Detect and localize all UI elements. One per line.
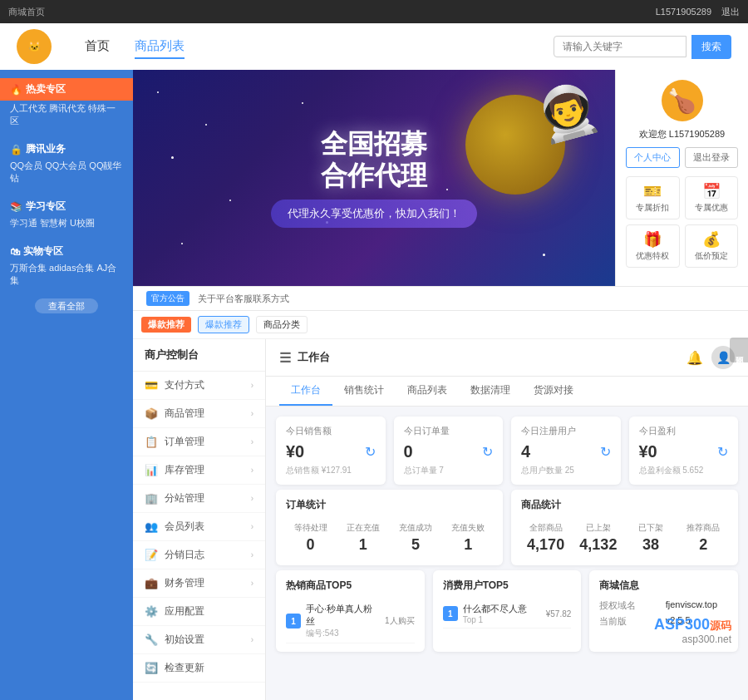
sidebar-item-orders[interactable]: 📋 订单管理 › [133, 428, 265, 456]
study-header: 📚 学习专区 [0, 193, 133, 215]
product-rec-label: 推荐商品 [682, 522, 725, 534]
consumer-id: Top 1 [463, 615, 541, 624]
tencent-category: 🔒 腾讯业务 QQ会员 QQ大会员 QQ靓华钻 [0, 136, 133, 193]
search-button[interactable]: 搜索 [691, 35, 731, 59]
products-icon: 📦 [145, 407, 158, 421]
sidebar-item-distribution-log[interactable]: 📝 分销日志 › [133, 541, 265, 569]
dashboard-tabs: 工作台 销售统计 商品列表 数据清理 货源对接 [266, 377, 748, 407]
watermark-sub: asp300.net [654, 633, 731, 645]
logout-button[interactable]: 退出 [721, 6, 740, 18]
finance-label: 财务管理 [165, 576, 204, 590]
tab-product-list[interactable]: 商品列表 [396, 377, 459, 406]
update-label: 检查更新 [165, 661, 204, 675]
content-area: 🔥 热卖专区 人工代充 腾讯代充 特殊一区 🔒 腾讯业务 QQ会员 QQ大会员 … [0, 70, 748, 700]
view-all-button[interactable]: 查看全部 [35, 298, 98, 313]
study-category: 📚 学习专区 学习通 智慧树 U校圈 [0, 193, 133, 238]
hot-product-rank: 1 [286, 614, 301, 629]
product-offline-label: 已下架 [630, 522, 672, 534]
stat-sales-sub: 总销售额 ¥127.91 [286, 465, 376, 476]
tencent-item-link[interactable]: QQ会员 QQ大会员 QQ靓华钻 [10, 160, 121, 183]
sidebar-item-app-config[interactable]: ⚙️ 应用配置 [133, 598, 265, 626]
app-config-icon: ⚙️ [145, 605, 158, 619]
hot-product-sales: 1人购买 [385, 615, 415, 627]
banner-text: 全国招募 合作代理 代理永久享受优惠价，快加入我们！ [271, 128, 477, 229]
dashboard-sidebar: 商户控制台 💳 支付方式 › 📦 商品管理 › 📋 订单管理 › � [133, 339, 266, 700]
scroll-top-button[interactable]: 返回顶部 [730, 338, 748, 362]
logout-panel-button[interactable]: 退出登录 [685, 147, 739, 168]
sidebar-item-inventory[interactable]: 📊 库存管理 › [133, 456, 265, 485]
stat-users: 今日注册用户 4 ↻ 总用户数量 25 [511, 417, 621, 485]
tencent-header: 🔒 腾讯业务 [0, 136, 133, 158]
stat-orders-value: 0 [404, 442, 413, 461]
members-arrow: › [251, 522, 253, 531]
benefit-discount[interactable]: 🎫 专属折扣 [626, 176, 680, 219]
sidebar-item-members[interactable]: 👥 会员列表 › [133, 513, 265, 541]
notification-icon[interactable]: 🔔 [686, 350, 703, 366]
shop-info-title: 商城信息 [599, 579, 728, 593]
product-online-label: 已上架 [577, 522, 619, 534]
tab-sales-stats[interactable]: 销售统计 [332, 377, 396, 406]
stat-profit-refresh[interactable]: ↻ [717, 444, 728, 460]
shop-domain-label: 授权域名 [599, 599, 636, 612]
user-panel: 🍗 欢迎您 L1571905289 个人中心 退出登录 🎫 专属折扣 📅 专属优… [615, 70, 748, 286]
order-charging-label: 正在充值 [342, 522, 384, 534]
product-stats-title: 商品统计 [521, 498, 728, 512]
watermark-main: ASP300源码 [654, 616, 731, 633]
nav-product-list[interactable]: 商品列表 [135, 35, 185, 59]
shop-domain-row: 授权域名 [599, 599, 662, 612]
nav-links: 首页 商品列表 [85, 35, 520, 59]
announcement-text: 关于平台客服联系方式 [198, 293, 289, 305]
sidebar-item-products[interactable]: 📦 商品管理 › [133, 400, 265, 428]
watermark: ASP300源码 asp300.net [654, 616, 731, 645]
hot-products-title: 热销商品TOP5 [286, 579, 415, 593]
product-stats-grid: 全部商品 4,170 已上架 4,132 已下架 38 [521, 519, 728, 557]
order-waiting-label: 等待处理 [289, 522, 332, 534]
profile-button[interactable]: 个人中心 [626, 147, 680, 168]
sidebar-item-payment[interactable]: 💳 支付方式 › [133, 372, 265, 400]
site-logo: 🐱 [17, 29, 52, 64]
order-waiting-value: 0 [289, 536, 332, 554]
sidebar-item-update[interactable]: 🔄 检查更新 [133, 654, 265, 683]
sidebar-item-branch[interactable]: 🏢 分站管理 › [133, 485, 265, 513]
menu-toggle-icon[interactable]: ☰ [279, 350, 291, 366]
study-item-link[interactable]: 学习通 智慧树 U校圈 [10, 218, 95, 228]
banner-area: 👨‍🚀 全国招募 合作代理 代理永久享受优惠价，快加入我们！ [133, 70, 615, 286]
stat-orders-refresh[interactable]: ↻ [482, 444, 493, 460]
hot-category-items: 人工代充 腾讯代充 特殊一区 [0, 101, 133, 131]
stat-users-value: 4 [521, 442, 530, 461]
hot-category-header: 🔥 热卖专区 [0, 78, 133, 101]
hot-item-link[interactable]: 人工代充 腾讯代充 特殊一区 [10, 103, 116, 126]
tab-source-connect[interactable]: 货源对接 [522, 377, 585, 406]
bottom-panels: 热销商品TOP5 1 手心·秒单真人粉丝 编号:543 1人购买 消费用户T [266, 570, 748, 662]
announcement-bar: 官方公告 关于平台客服联系方式 [133, 286, 748, 311]
order-stat-success: 充值成功 5 [391, 519, 440, 557]
payment-icon: 💳 [145, 379, 158, 392]
orders-arrow: › [251, 437, 253, 446]
tab-data-clear[interactable]: 数据清理 [459, 377, 522, 406]
stats-grid: 今日销售额 ¥0 ↻ 总销售额 ¥127.91 今日订单量 0 ↻ [266, 407, 748, 490]
hot-bar-item-2[interactable]: 商品分类 [256, 316, 308, 333]
product-stat-all: 全部商品 4,170 [521, 519, 570, 557]
benefit-lowprice[interactable]: 💰 低价预定 [685, 224, 739, 268]
hot-bar-item-1[interactable]: 爆款推荐 [198, 316, 249, 333]
stat-users-refresh[interactable]: ↻ [600, 444, 611, 460]
consumer-name: 什么都不尽人意 [463, 603, 541, 615]
benefit-privilege[interactable]: 🎁 优惠特权 [626, 224, 680, 268]
hot-product-name: 手心·秒单真人粉丝 [306, 603, 380, 628]
search-input[interactable] [554, 36, 686, 57]
product-rec-value: 2 [682, 536, 725, 554]
order-success-label: 充值成功 [395, 522, 437, 534]
stat-sales-refresh[interactable]: ↻ [365, 444, 376, 460]
physical-item-link[interactable]: 万斯合集 adidas合集 AJ合集 [10, 263, 116, 285]
physical-category: 🛍 实物专区 万斯合集 adidas合集 AJ合集 [0, 238, 133, 295]
nav-home[interactable]: 首页 [85, 35, 110, 59]
welcome-text: 欢迎您 L1571905289 [626, 128, 738, 140]
stat-profit-label: 今日盈利 [639, 425, 729, 437]
nav-search: 搜索 [554, 35, 731, 59]
sidebar-item-settings[interactable]: 🔧 初始设置 › [133, 626, 265, 654]
products-arrow: › [251, 409, 253, 418]
app-config-label: 应用配置 [165, 604, 204, 619]
tab-workbench[interactable]: 工作台 [279, 377, 332, 406]
sidebar-item-finance[interactable]: 💼 财务管理 › [133, 569, 265, 598]
benefit-coupon[interactable]: 📅 专属优惠 [685, 176, 739, 219]
